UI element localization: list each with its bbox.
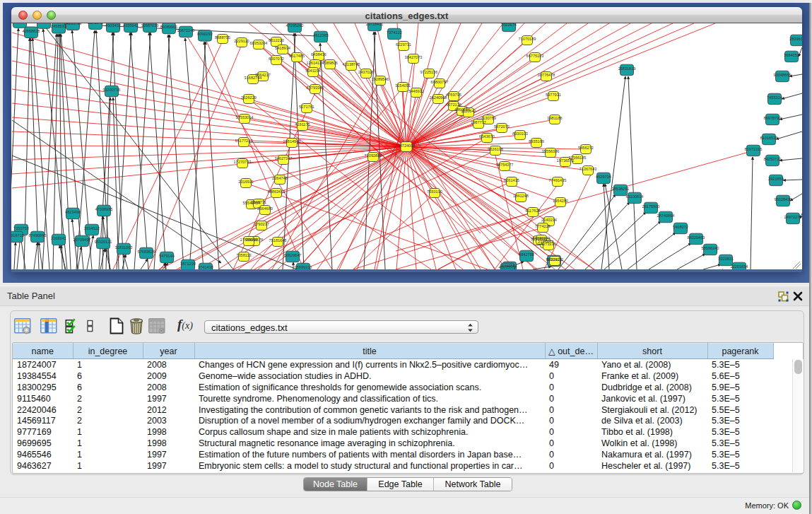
svg-text:3320821: 3320821: [718, 257, 734, 261]
svg-text:95320121: 95320121: [95, 240, 112, 244]
svg-text:9517485: 9517485: [289, 54, 305, 58]
svg-text:77491435: 77491435: [549, 178, 567, 182]
svg-text:44999379: 44999379: [533, 236, 551, 240]
svg-text:8612220: 8612220: [269, 38, 284, 42]
svg-text:8930103: 8930103: [512, 132, 528, 136]
svg-text:34627347: 34627347: [275, 156, 293, 160]
svg-text:2921859: 2921859: [768, 177, 784, 181]
svg-text:19736572: 19736572: [557, 158, 575, 163]
svg-text:7550190: 7550190: [427, 189, 442, 194]
svg-text:5171761: 5171761: [299, 105, 314, 109]
svg-text:24972279: 24972279: [784, 215, 802, 219]
svg-text:68800797: 68800797: [431, 80, 449, 84]
svg-text:5672073: 5672073: [494, 124, 510, 129]
svg-text:47308985: 47308985: [95, 207, 113, 211]
svg-text:7358113: 7358113: [236, 253, 251, 257]
svg-text:6543670: 6543670: [479, 134, 495, 139]
svg-text:2694522: 2694522: [84, 226, 100, 230]
svg-text:89978790: 89978790: [764, 116, 782, 120]
svg-text:5041154: 5041154: [305, 69, 320, 73]
svg-text:72092888: 72092888: [365, 153, 382, 158]
svg-text:75181648: 75181648: [269, 238, 287, 243]
svg-text:3154051: 3154051: [395, 83, 411, 88]
svg-text:2839607: 2839607: [789, 37, 802, 41]
svg-text:12614124: 12614124: [307, 61, 324, 65]
svg-text:5456272: 5456272: [578, 146, 594, 150]
svg-text:90048665: 90048665: [774, 73, 792, 77]
svg-text:5479144: 5479144: [159, 254, 175, 258]
svg-text:81971316: 81971316: [745, 147, 763, 151]
svg-text:83863413: 83863413: [268, 189, 286, 194]
svg-text:1841248: 1841248: [513, 194, 529, 198]
svg-text:63100814: 63100814: [626, 194, 644, 199]
svg-text:98231132: 98231132: [546, 257, 563, 262]
svg-text:6271130: 6271130: [541, 242, 555, 246]
svg-text:28740864: 28740864: [657, 214, 675, 218]
svg-text:39587039: 39587039: [141, 23, 159, 28]
svg-text:71367643: 71367643: [579, 167, 597, 171]
svg-text:3871230: 3871230: [180, 262, 196, 266]
svg-text:15831819: 15831819: [618, 66, 636, 71]
svg-text:89089901: 89089901: [160, 25, 178, 29]
svg-text:28814949: 28814949: [283, 139, 301, 144]
svg-text:18724007: 18724007: [398, 144, 416, 148]
svg-text:6007072: 6007072: [269, 57, 284, 61]
svg-text:20709497: 20709497: [73, 238, 91, 242]
svg-text:7022674: 7022674: [501, 23, 517, 27]
svg-text:2229110: 2229110: [234, 39, 249, 43]
svg-text:47295260: 47295260: [286, 23, 304, 28]
svg-text:1848731: 1848731: [251, 200, 266, 204]
svg-text:17869910: 17869910: [240, 238, 258, 242]
svg-text:7374122: 7374122: [387, 30, 402, 35]
svg-text:81016525: 81016525: [760, 136, 778, 140]
svg-text:87490893: 87490893: [29, 233, 47, 238]
svg-text:7089806: 7089806: [322, 61, 338, 65]
svg-text:5418934: 5418934: [275, 46, 290, 50]
svg-text:8090293: 8090293: [197, 32, 213, 36]
svg-text:4823498: 4823498: [65, 210, 81, 214]
svg-text:5446912: 5446912: [408, 89, 424, 93]
svg-text:2130789: 2130789: [481, 116, 496, 120]
svg-text:31831063: 31831063: [115, 245, 133, 250]
svg-text:7774229: 7774229: [535, 224, 551, 228]
svg-text:26240908: 26240908: [430, 95, 447, 100]
svg-text:19289546: 19289546: [372, 77, 389, 81]
svg-text:4117625: 4117625: [525, 209, 540, 213]
svg-text:4539704: 4539704: [596, 175, 611, 179]
svg-text:4769795: 4769795: [446, 93, 461, 97]
svg-text:57553014: 57553014: [236, 115, 254, 119]
svg-text:65177213: 65177213: [235, 139, 253, 143]
svg-text:60929647: 60929647: [284, 253, 302, 257]
svg-text:14265799: 14265799: [64, 23, 82, 25]
svg-text:6438436: 6438436: [311, 52, 326, 57]
svg-text:68353204: 68353204: [250, 41, 268, 45]
svg-text:1981186: 1981186: [547, 116, 562, 120]
svg-text:8688755: 8688755: [215, 35, 230, 40]
svg-text:2437026: 2437026: [358, 70, 374, 74]
svg-text:3684052: 3684052: [784, 53, 799, 57]
svg-text:7455324: 7455324: [767, 95, 782, 100]
svg-text:57683626: 57683626: [138, 250, 155, 254]
svg-text:38754377: 38754377: [496, 163, 514, 167]
svg-text:42138745: 42138745: [343, 62, 360, 66]
svg-text:38538251: 38538251: [612, 187, 630, 191]
svg-text:35556386: 35556386: [542, 149, 560, 153]
svg-text:97225156: 97225156: [420, 70, 438, 74]
svg-text:84252722: 84252722: [764, 157, 782, 161]
svg-text:10872248: 10872248: [177, 28, 195, 33]
svg-text:91030736: 91030736: [103, 88, 121, 92]
svg-text:66775103: 66775103: [526, 54, 544, 58]
svg-text:42868828: 42868828: [23, 29, 40, 33]
svg-text:29175900: 29175900: [642, 204, 660, 209]
svg-text:7350753: 7350753: [13, 226, 29, 230]
svg-text:5408072: 5408072: [673, 225, 688, 229]
svg-text:83793389: 83793389: [307, 86, 324, 90]
svg-text:88320463: 88320463: [688, 235, 705, 240]
svg-text:4191175: 4191175: [295, 122, 310, 127]
svg-text:2564689: 2564689: [257, 206, 273, 211]
svg-text:4612365: 4612365: [313, 33, 329, 37]
svg-text:2264748: 2264748: [272, 176, 288, 180]
svg-text:22201654: 22201654: [731, 264, 748, 269]
svg-text:96028436: 96028436: [775, 197, 792, 201]
svg-text:30776478: 30776478: [538, 73, 555, 77]
